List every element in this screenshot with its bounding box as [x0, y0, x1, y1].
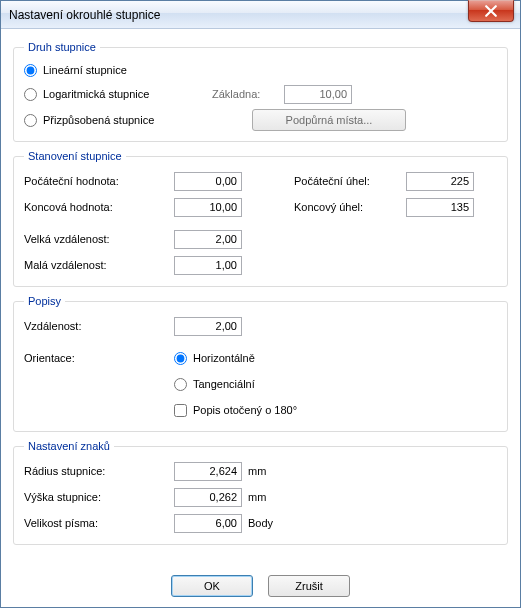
radio-linear[interactable] [24, 64, 37, 77]
input-end-angle[interactable] [406, 198, 474, 217]
input-font[interactable] [174, 514, 242, 533]
label-font: Velikost písma: [24, 517, 174, 529]
radio-tangential-row[interactable]: Tangenciální [174, 373, 255, 395]
radio-linear-label: Lineární stupnice [43, 64, 127, 76]
group-definition: Stanovení stupnice Počáteční hodnota: Po… [13, 150, 508, 287]
radio-custom-label: Přizpůsobená stupnice [43, 114, 154, 126]
label-big-dist: Velká vzdálenost: [24, 233, 174, 245]
radio-custom[interactable] [24, 114, 37, 127]
label-start-angle: Počáteční úhel: [294, 175, 406, 187]
input-radius[interactable] [174, 462, 242, 481]
label-small-dist: Malá vzdálenost: [24, 259, 174, 271]
dialog-window: Nastavení okrouhlé stupnice Druh stupnic… [0, 0, 521, 608]
legend-appearance: Nastavení znaků [24, 440, 114, 452]
label-dist: Vzdálenost: [24, 320, 174, 332]
radio-log-row[interactable]: Logaritmická stupnice [24, 83, 212, 105]
unit-radius: mm [248, 465, 266, 477]
checkbox-rot180[interactable] [174, 404, 187, 417]
close-icon [485, 5, 497, 17]
checkbox-rot180-row[interactable]: Popis otočený o 180° [174, 399, 297, 421]
radio-log-label: Logaritmická stupnice [43, 88, 149, 100]
radio-tangential-label: Tangenciální [193, 378, 255, 390]
radio-custom-row[interactable]: Přizpůsobená stupnice [24, 109, 252, 131]
unit-height: mm [248, 491, 266, 503]
input-big-dist[interactable] [174, 230, 242, 249]
input-start-angle[interactable] [406, 172, 474, 191]
label-base: Základna: [212, 88, 284, 100]
radio-log[interactable] [24, 88, 37, 101]
label-end-value: Koncová hodnota: [24, 201, 174, 213]
input-end-value[interactable] [174, 198, 242, 217]
input-small-dist[interactable] [174, 256, 242, 275]
input-base [284, 85, 352, 104]
label-height: Výška stupnice: [24, 491, 174, 503]
close-button[interactable] [468, 0, 514, 22]
label-orientation: Orientace: [24, 352, 174, 364]
group-appearance: Nastavení znaků Rádius stupnice: mm Výšk… [13, 440, 508, 545]
label-end-angle: Koncový úhel: [294, 201, 406, 213]
unit-font: Body [248, 517, 273, 529]
legend-scale-type: Druh stupnice [24, 41, 100, 53]
support-points-button: Podpůrná místa... [252, 109, 406, 131]
button-bar: OK Zrušit [1, 575, 520, 597]
label-start-value: Počáteční hodnota: [24, 175, 174, 187]
input-dist[interactable] [174, 317, 242, 336]
input-height[interactable] [174, 488, 242, 507]
radio-linear-row[interactable]: Lineární stupnice [24, 59, 497, 81]
radio-horizontal-row[interactable]: Horizontálně [174, 347, 255, 369]
legend-labels: Popisy [24, 295, 65, 307]
radio-horizontal-label: Horizontálně [193, 352, 255, 364]
label-radius: Rádius stupnice: [24, 465, 174, 477]
titlebar: Nastavení okrouhlé stupnice [1, 1, 520, 29]
ok-button[interactable]: OK [171, 575, 253, 597]
legend-definition: Stanovení stupnice [24, 150, 126, 162]
radio-tangential[interactable] [174, 378, 187, 391]
group-labels: Popisy Vzdálenost: Orientace: Horizontál… [13, 295, 508, 432]
group-scale-type: Druh stupnice Lineární stupnice Logaritm… [13, 41, 508, 142]
radio-horizontal[interactable] [174, 352, 187, 365]
cancel-button[interactable]: Zrušit [268, 575, 350, 597]
window-title: Nastavení okrouhlé stupnice [9, 8, 516, 22]
input-start-value[interactable] [174, 172, 242, 191]
checkbox-rot180-label: Popis otočený o 180° [193, 404, 297, 416]
